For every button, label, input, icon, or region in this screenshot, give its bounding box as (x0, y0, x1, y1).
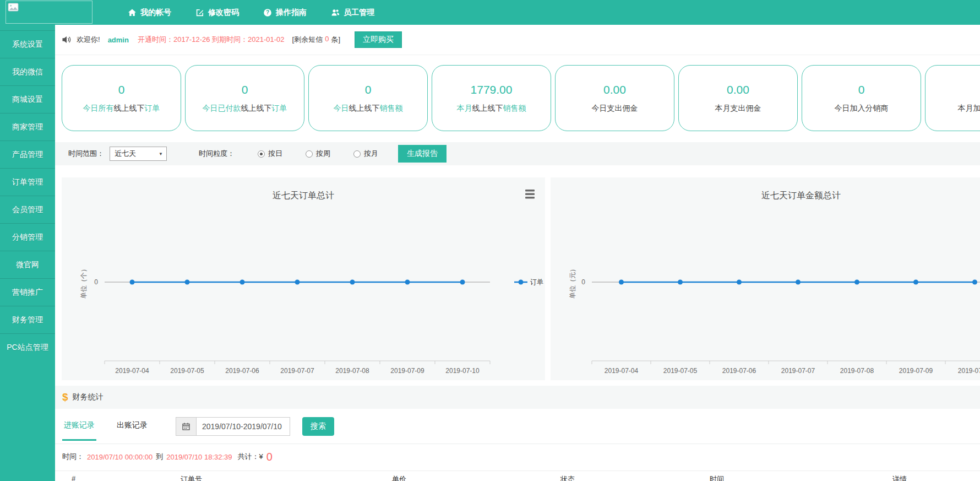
radio-option-1[interactable]: 按日 (258, 149, 282, 159)
table-column-header-2: 订单号 (181, 474, 202, 481)
stat-value: 1779.00 (471, 83, 513, 96)
sms-count: 0 (325, 35, 329, 45)
records-toolbar: 进账记录 出账记录 搜索 (55, 409, 980, 444)
x-tick-label: 2019-07-07 (781, 367, 815, 375)
staff-icon (331, 8, 340, 17)
legend-item[interactable]: 订单 (514, 278, 543, 286)
radio-circle[interactable] (258, 150, 265, 158)
stat-label: 今日线上线下销售额 (334, 104, 403, 114)
sidebar-item-3[interactable]: 商城设置 (0, 85, 55, 113)
welcome-bar: 欢迎你! admin 开通时间：2017-12-26 到期时间：2021-01-… (55, 25, 980, 55)
radio-circle[interactable] (306, 150, 313, 158)
x-tick-label: 2019-07-09 (390, 367, 424, 375)
table-column-header-4: 状态 (560, 474, 575, 481)
svg-text:?: ? (266, 9, 269, 15)
data-point (130, 280, 135, 285)
total-label: 共计：¥ (238, 452, 263, 462)
sidebar-item-10[interactable]: 营销推广 (0, 278, 55, 306)
sidebar-item-1[interactable]: 系统设置 (0, 30, 55, 58)
stat-card-2: 0今日已付款线上线下订单 (185, 65, 304, 131)
chart-title: 近七天订单总计 (273, 191, 334, 200)
sidebar-item-8[interactable]: 分销管理 (0, 223, 55, 251)
sidebar-item-12[interactable]: PC站点管理 (0, 333, 55, 361)
radio-option-3[interactable]: 按月 (353, 149, 378, 159)
topnav-item-label: 我的帐号 (140, 8, 171, 18)
stat-card-6: 0.00本月支出佣金 (678, 65, 798, 131)
stat-card-7: 0今日加入分销商 (802, 65, 921, 131)
search-button[interactable]: 搜索 (302, 417, 334, 436)
granularity-label: 时间粒度： (199, 149, 235, 159)
data-point (405, 280, 410, 285)
data-point (240, 280, 245, 285)
calendar-icon (182, 422, 190, 431)
topnav-item-2[interactable]: 修改密码 (195, 8, 239, 18)
stat-label: 今日加入分销商 (835, 104, 889, 114)
y-tick-label: 0 (581, 278, 585, 286)
edit-icon (195, 8, 204, 17)
sidebar-item-2[interactable]: 我的微信 (0, 58, 55, 85)
table-column-header-5: 时间 (710, 474, 724, 481)
radio-label: 按周 (316, 149, 330, 159)
chevron-down-icon: ▼ (159, 152, 163, 156)
records-summary: 时间： 2019/07/10 00:00:00 到 2019/07/10 18:… (55, 444, 980, 469)
sidebar: 系统设置我的微信商城设置商家管理产品管理订单管理会员管理分销管理微官网营销推广财… (0, 25, 55, 481)
topnav-item-3[interactable]: ?操作指南 (263, 8, 307, 18)
data-point (796, 280, 801, 285)
time-range-select[interactable]: 近七天 ▼ (110, 147, 167, 161)
sidebar-item-5[interactable]: 产品管理 (0, 140, 55, 168)
stat-value: 0 (242, 83, 248, 96)
radio-circle[interactable] (353, 150, 361, 158)
welcome-greeting: 欢迎你! (77, 35, 100, 45)
total-value: 0 (266, 451, 273, 463)
calendar-addon[interactable] (176, 417, 197, 436)
date-range-input[interactable] (197, 417, 290, 436)
top-navigation: 我的帐号修改密码?操作指南员工管理 (128, 0, 374, 25)
x-tick-label: 2019-07-09 (899, 367, 933, 375)
stat-label: 本月支出佣金 (715, 104, 761, 114)
stat-value: 0 (365, 83, 372, 96)
data-point (913, 280, 918, 285)
records-table-header: #订单号单价状态时间详情 (55, 471, 980, 481)
x-tick-label: 2019-07-08 (335, 367, 369, 375)
radio-option-2[interactable]: 按周 (306, 149, 330, 159)
sidebar-item-11[interactable]: 财务管理 (0, 306, 55, 333)
menu-icon[interactable] (525, 190, 535, 198)
table-column-header-3: 单价 (392, 474, 406, 481)
stat-label: 本月加入分销商 (958, 104, 980, 114)
topnav-item-4[interactable]: 员工管理 (331, 8, 374, 18)
generate-report-button[interactable]: 生成报告 (398, 145, 447, 163)
sidebar-item-7[interactable]: 会员管理 (0, 196, 55, 223)
x-tick-label: 2019-07-05 (663, 367, 698, 375)
stat-card-1: 0今日所有线上线下订单 (62, 65, 181, 131)
legend-label: 订单 (530, 278, 543, 286)
stat-card-5: 0.00今日支出佣金 (555, 65, 674, 131)
stat-value: 0.00 (727, 83, 749, 96)
data-point (972, 280, 977, 285)
x-tick-label: 2019-07-08 (840, 367, 874, 375)
buy-now-button[interactable]: 立即购买 (355, 31, 402, 48)
stat-label: 今日所有线上线下订单 (83, 104, 160, 114)
sidebar-item-9[interactable]: 微官网 (0, 251, 55, 278)
sidebar-item-4[interactable]: 商家管理 (0, 113, 55, 140)
topnav-item-label: 操作指南 (276, 8, 307, 18)
logo[interactable] (6, 1, 92, 24)
stat-card-4: 1779.00本月线上线下销售额 (432, 65, 551, 131)
stat-card-3: 0今日线上线下销售额 (308, 65, 428, 131)
time-label: 时间： (62, 452, 84, 462)
topnav-item-1[interactable]: 我的帐号 (128, 8, 171, 18)
account-period: 开通时间：2017-12-26 到期时间：2021-01-02 (138, 35, 285, 45)
filter-bar: 时间范围： 近七天 ▼ 时间粒度： 按日按周按月 生成报告 (55, 142, 980, 165)
tab-income-records[interactable]: 进账记录 (62, 412, 96, 441)
time-range-value: 近七天 (115, 149, 136, 159)
finance-section-header: $ 财务统计 (55, 386, 980, 409)
stat-card-8: 1本月加入分销商 (925, 65, 980, 131)
x-tick-label: 2019-07-04 (605, 367, 639, 375)
charts-row: 近七天订单总计单位（个）02019-07-042019-07-052019-07… (55, 165, 980, 380)
sms-remaining: [剩余短信 0 条] (292, 35, 340, 45)
summary-start-time: 2019/07/10 00:00:00 (87, 453, 153, 461)
data-point (619, 280, 624, 285)
sidebar-item-6[interactable]: 订单管理 (0, 168, 55, 196)
time-range-label: 时间范围： (68, 149, 104, 159)
username: admin (108, 36, 129, 44)
tab-outgoing-records[interactable]: 出账记录 (115, 412, 149, 441)
